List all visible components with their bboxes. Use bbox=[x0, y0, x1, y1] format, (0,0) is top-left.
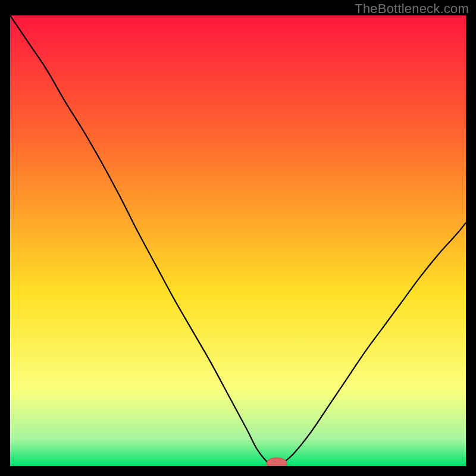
optimal-point-marker bbox=[267, 458, 287, 466]
chart-container: TheBottleneck.com bbox=[0, 0, 476, 476]
chart-svg bbox=[10, 15, 466, 466]
watermark-text: TheBottleneck.com bbox=[355, 1, 469, 17]
gradient-background bbox=[10, 15, 466, 466]
plot-area bbox=[10, 15, 466, 466]
